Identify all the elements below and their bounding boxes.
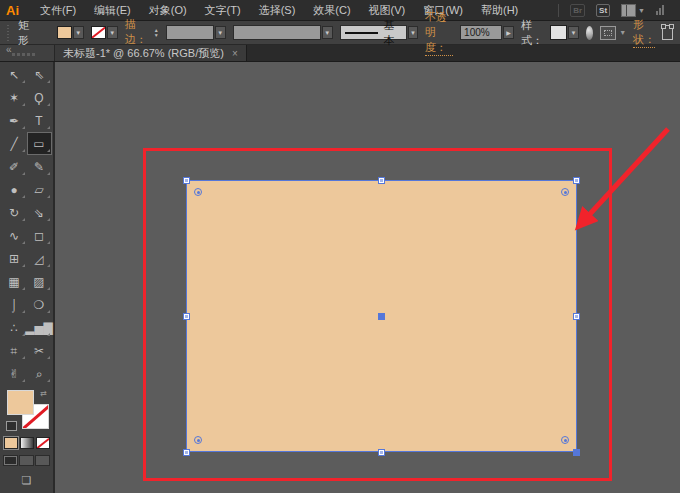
lasso-tool[interactable]: Ϙ — [27, 86, 52, 109]
fill-indicator[interactable] — [7, 390, 34, 415]
chevron-down-icon[interactable]: ▼ — [568, 26, 579, 39]
magic-wand-tool-icon: ✶ — [9, 91, 19, 105]
collapse-panel-button[interactable]: « — [6, 44, 12, 55]
chevron-down-icon[interactable]: ▼ — [408, 26, 418, 39]
handle-mid-left[interactable] — [183, 313, 190, 320]
color-button[interactable] — [4, 437, 18, 449]
handle-bottom-left[interactable] — [183, 449, 190, 456]
column-graph-tool[interactable]: ▂▅▇ — [27, 316, 52, 339]
default-fill-stroke-icon[interactable] — [6, 421, 17, 431]
menu-object[interactable]: 对象(O) — [140, 0, 196, 20]
fill-color-picker[interactable]: ▼ — [57, 26, 84, 39]
mesh-tool[interactable]: ▦ — [2, 270, 27, 293]
rectangle-tool[interactable]: ▭ — [27, 132, 52, 155]
shape-builder-tool[interactable]: ⊞ — [2, 247, 27, 270]
menu-file[interactable]: 文件(F) — [31, 0, 85, 20]
stroke-color-picker[interactable]: ▼ — [91, 26, 118, 39]
pen-tool[interactable]: ✒ — [2, 109, 27, 132]
draw-normal-button[interactable] — [3, 455, 18, 466]
pencil-tool[interactable]: ✎ — [27, 155, 52, 178]
blend-tool[interactable]: ❍ — [27, 293, 52, 316]
handle-bottom-mid[interactable] — [378, 449, 385, 456]
stroke-none-swatch[interactable] — [91, 26, 106, 39]
shape-link[interactable]: 形状： — [633, 17, 655, 48]
cs-live-icon[interactable] — [656, 5, 664, 15]
type-tool[interactable]: T — [27, 109, 52, 132]
app-logo-icon: Ai — [6, 3, 19, 18]
corner-widget-bottom-left[interactable] — [194, 436, 202, 444]
stroke-weight-dropdown[interactable]: ▼ — [166, 25, 226, 40]
hand-tool[interactable]: ✌ — [2, 362, 27, 385]
magic-wand-tool[interactable]: ✶ — [2, 86, 27, 109]
fill-swatch[interactable] — [57, 26, 72, 39]
tool-grid: ↖⇖✶Ϙ✒T╱▭✐✎●▱↻⇘∿◻⊞◿▦▨⌡❍∴▂▅▇⌗✂✌⌕ — [0, 63, 53, 385]
draw-behind-button[interactable] — [19, 455, 34, 466]
corner-widget-top-left[interactable] — [194, 188, 202, 196]
swap-fill-stroke-icon[interactable]: ⇄ — [40, 389, 47, 398]
handle-mid-right[interactable] — [573, 313, 580, 320]
stroke-style-value: 基本 — [383, 18, 402, 48]
symbol-sprayer-tool[interactable]: ∴ — [2, 316, 27, 339]
handle-bottom-right[interactable] — [573, 449, 580, 456]
change-screen-mode-icon[interactable]: ❏ — [22, 474, 32, 487]
stroke-style-dropdown[interactable]: 基本 ▼ — [340, 25, 418, 40]
handle-center[interactable] — [378, 313, 385, 320]
document-tab[interactable]: 未标题-1* @ 66.67% (RGB/预览) × — [55, 45, 247, 61]
selection-tool[interactable]: ↖ — [2, 63, 27, 86]
corner-widget-top-right[interactable] — [561, 188, 569, 196]
artboard-tool[interactable]: ⌗ — [2, 339, 27, 362]
corner-widget-bottom-right[interactable] — [561, 436, 569, 444]
chevron-right-icon[interactable]: ▶ — [503, 26, 514, 39]
workspace-switcher[interactable]: ▼ — [621, 4, 645, 17]
style-panel-button[interactable]: St — [596, 4, 610, 17]
opacity-input[interactable]: 100% — [460, 25, 502, 40]
style-swatch[interactable] — [550, 25, 567, 40]
handle-top-right[interactable] — [573, 177, 580, 184]
menu-type[interactable]: 文字(T) — [196, 0, 250, 20]
gradient-button[interactable] — [20, 437, 34, 449]
mesh-tool-icon: ▦ — [8, 275, 19, 289]
scale-tool[interactable]: ⇘ — [27, 201, 52, 224]
opacity-link[interactable]: 不透明度： — [425, 10, 453, 56]
blob-brush-tool[interactable]: ● — [2, 178, 27, 201]
rotate-tool[interactable]: ↻ — [2, 201, 27, 224]
eraser-tool[interactable]: ▱ — [27, 178, 52, 201]
direct-selection-tool[interactable]: ⇖ — [27, 63, 52, 86]
shape-properties-icon[interactable] — [662, 25, 673, 40]
gradient-tool[interactable]: ▨ — [27, 270, 52, 293]
panel-grip-handle[interactable] — [12, 53, 36, 56]
free-transform-tool[interactable]: ◻ — [27, 224, 52, 247]
draw-inside-button[interactable] — [35, 455, 50, 466]
handle-top-left[interactable] — [183, 177, 190, 184]
handle-top-mid[interactable] — [378, 177, 385, 184]
paintbrush-tool[interactable]: ✐ — [2, 155, 27, 178]
eraser-tool-icon: ▱ — [34, 183, 43, 197]
panel-drag-handle[interactable] — [7, 25, 9, 41]
width-tool[interactable]: ∿ — [2, 224, 27, 247]
line-segment-tool[interactable]: ╱ — [2, 132, 27, 155]
style-label: 样式： — [521, 18, 543, 48]
stroke-link[interactable]: 描边： — [125, 17, 147, 48]
style-dropdown[interactable]: ▼ — [550, 25, 579, 40]
zoom-tool[interactable]: ⌕ — [27, 362, 52, 385]
brush-definition-dropdown[interactable]: ▼ — [233, 25, 333, 40]
opacity-control[interactable]: 100% ▶ — [460, 25, 514, 40]
bridge-button[interactable]: Br — [570, 4, 585, 17]
chevron-down-icon[interactable]: ▼ — [215, 26, 226, 39]
menu-effect[interactable]: 效果(C) — [304, 0, 359, 20]
chevron-down-icon[interactable]: ▼ — [73, 26, 84, 39]
chevron-down-icon[interactable]: ▼ — [322, 26, 333, 39]
stroke-weight-stepper[interactable]: ▲▼ — [154, 28, 159, 38]
menu-select[interactable]: 选择(S) — [250, 0, 305, 20]
none-button[interactable] — [36, 437, 50, 449]
lasso-tool-icon: Ϙ — [34, 91, 43, 105]
close-tab-icon[interactable]: × — [232, 48, 238, 59]
menu-help[interactable]: 帮助(H) — [472, 0, 527, 20]
recolor-artwork-icon[interactable] — [586, 26, 593, 40]
perspective-grid-tool[interactable]: ◿ — [27, 247, 52, 270]
eyedropper-tool[interactable]: ⌡ — [2, 293, 27, 316]
chevron-down-icon[interactable]: ▼ — [107, 26, 118, 39]
slice-tool[interactable]: ✂ — [27, 339, 52, 362]
canvas[interactable] — [55, 62, 680, 493]
document-setup-dropdown[interactable]: ▼ — [600, 26, 626, 40]
